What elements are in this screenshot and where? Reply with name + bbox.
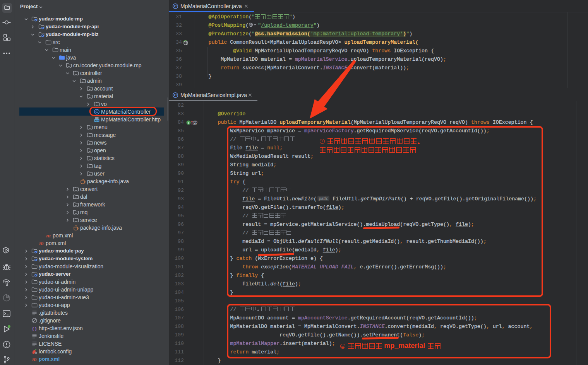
svg-text:C: C xyxy=(174,4,177,8)
svg-text:m: m xyxy=(39,240,44,246)
svg-text:{ }: { } xyxy=(32,326,37,331)
svg-text:m: m xyxy=(46,232,51,239)
svg-text:API: API xyxy=(95,119,99,122)
svg-text:I: I xyxy=(188,121,189,125)
svg-text:m: m xyxy=(32,356,37,362)
svg-text:C: C xyxy=(174,93,177,97)
